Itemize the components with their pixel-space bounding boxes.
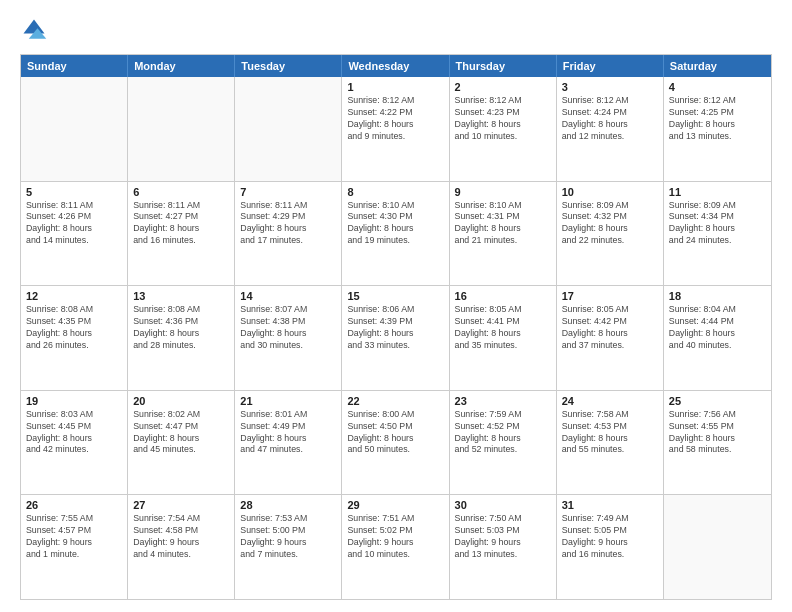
weekday-header-saturday: Saturday bbox=[664, 55, 771, 77]
calendar-cell-day-24: 24Sunrise: 7:58 AMSunset: 4:53 PMDayligh… bbox=[557, 391, 664, 495]
day-info: Sunrise: 8:11 AMSunset: 4:26 PMDaylight:… bbox=[26, 200, 122, 248]
calendar-body: 1Sunrise: 8:12 AMSunset: 4:22 PMDaylight… bbox=[21, 77, 771, 599]
calendar-row-3: 19Sunrise: 8:03 AMSunset: 4:45 PMDayligh… bbox=[21, 390, 771, 495]
day-number: 16 bbox=[455, 290, 551, 302]
calendar-cell-day-25: 25Sunrise: 7:56 AMSunset: 4:55 PMDayligh… bbox=[664, 391, 771, 495]
calendar-cell-day-10: 10Sunrise: 8:09 AMSunset: 4:32 PMDayligh… bbox=[557, 182, 664, 286]
calendar-cell-day-29: 29Sunrise: 7:51 AMSunset: 5:02 PMDayligh… bbox=[342, 495, 449, 599]
calendar-cell-day-13: 13Sunrise: 8:08 AMSunset: 4:36 PMDayligh… bbox=[128, 286, 235, 390]
day-number: 8 bbox=[347, 186, 443, 198]
day-number: 14 bbox=[240, 290, 336, 302]
day-info: Sunrise: 8:10 AMSunset: 4:30 PMDaylight:… bbox=[347, 200, 443, 248]
day-info: Sunrise: 8:10 AMSunset: 4:31 PMDaylight:… bbox=[455, 200, 551, 248]
calendar: SundayMondayTuesdayWednesdayThursdayFrid… bbox=[20, 54, 772, 600]
day-number: 7 bbox=[240, 186, 336, 198]
day-info: Sunrise: 8:12 AMSunset: 4:23 PMDaylight:… bbox=[455, 95, 551, 143]
day-number: 18 bbox=[669, 290, 766, 302]
day-number: 2 bbox=[455, 81, 551, 93]
day-number: 17 bbox=[562, 290, 658, 302]
day-info: Sunrise: 7:51 AMSunset: 5:02 PMDaylight:… bbox=[347, 513, 443, 561]
logo bbox=[20, 16, 52, 44]
weekday-header-monday: Monday bbox=[128, 55, 235, 77]
day-info: Sunrise: 8:01 AMSunset: 4:49 PMDaylight:… bbox=[240, 409, 336, 457]
calendar-row-4: 26Sunrise: 7:55 AMSunset: 4:57 PMDayligh… bbox=[21, 494, 771, 599]
day-info: Sunrise: 7:50 AMSunset: 5:03 PMDaylight:… bbox=[455, 513, 551, 561]
weekday-header-sunday: Sunday bbox=[21, 55, 128, 77]
day-info: Sunrise: 8:08 AMSunset: 4:35 PMDaylight:… bbox=[26, 304, 122, 352]
day-info: Sunrise: 7:53 AMSunset: 5:00 PMDaylight:… bbox=[240, 513, 336, 561]
day-number: 6 bbox=[133, 186, 229, 198]
calendar-cell-day-6: 6Sunrise: 8:11 AMSunset: 4:27 PMDaylight… bbox=[128, 182, 235, 286]
calendar-cell-day-12: 12Sunrise: 8:08 AMSunset: 4:35 PMDayligh… bbox=[21, 286, 128, 390]
calendar-cell-day-18: 18Sunrise: 8:04 AMSunset: 4:44 PMDayligh… bbox=[664, 286, 771, 390]
day-number: 5 bbox=[26, 186, 122, 198]
calendar-cell-empty bbox=[21, 77, 128, 181]
day-number: 29 bbox=[347, 499, 443, 511]
day-number: 9 bbox=[455, 186, 551, 198]
calendar-row-2: 12Sunrise: 8:08 AMSunset: 4:35 PMDayligh… bbox=[21, 285, 771, 390]
day-number: 19 bbox=[26, 395, 122, 407]
calendar-cell-day-2: 2Sunrise: 8:12 AMSunset: 4:23 PMDaylight… bbox=[450, 77, 557, 181]
day-info: Sunrise: 8:11 AMSunset: 4:27 PMDaylight:… bbox=[133, 200, 229, 248]
day-info: Sunrise: 8:02 AMSunset: 4:47 PMDaylight:… bbox=[133, 409, 229, 457]
calendar-cell-day-23: 23Sunrise: 7:59 AMSunset: 4:52 PMDayligh… bbox=[450, 391, 557, 495]
day-info: Sunrise: 8:05 AMSunset: 4:41 PMDaylight:… bbox=[455, 304, 551, 352]
day-info: Sunrise: 8:00 AMSunset: 4:50 PMDaylight:… bbox=[347, 409, 443, 457]
weekday-header-wednesday: Wednesday bbox=[342, 55, 449, 77]
day-info: Sunrise: 8:06 AMSunset: 4:39 PMDaylight:… bbox=[347, 304, 443, 352]
calendar-cell-day-30: 30Sunrise: 7:50 AMSunset: 5:03 PMDayligh… bbox=[450, 495, 557, 599]
day-number: 1 bbox=[347, 81, 443, 93]
calendar-cell-day-22: 22Sunrise: 8:00 AMSunset: 4:50 PMDayligh… bbox=[342, 391, 449, 495]
day-info: Sunrise: 8:12 AMSunset: 4:25 PMDaylight:… bbox=[669, 95, 766, 143]
calendar-header: SundayMondayTuesdayWednesdayThursdayFrid… bbox=[21, 55, 771, 77]
day-number: 23 bbox=[455, 395, 551, 407]
calendar-cell-empty bbox=[235, 77, 342, 181]
calendar-cell-day-21: 21Sunrise: 8:01 AMSunset: 4:49 PMDayligh… bbox=[235, 391, 342, 495]
day-info: Sunrise: 7:58 AMSunset: 4:53 PMDaylight:… bbox=[562, 409, 658, 457]
day-info: Sunrise: 8:04 AMSunset: 4:44 PMDaylight:… bbox=[669, 304, 766, 352]
day-info: Sunrise: 8:03 AMSunset: 4:45 PMDaylight:… bbox=[26, 409, 122, 457]
calendar-cell-day-28: 28Sunrise: 7:53 AMSunset: 5:00 PMDayligh… bbox=[235, 495, 342, 599]
calendar-cell-day-26: 26Sunrise: 7:55 AMSunset: 4:57 PMDayligh… bbox=[21, 495, 128, 599]
weekday-header-friday: Friday bbox=[557, 55, 664, 77]
day-number: 28 bbox=[240, 499, 336, 511]
day-number: 10 bbox=[562, 186, 658, 198]
day-number: 11 bbox=[669, 186, 766, 198]
day-info: Sunrise: 8:08 AMSunset: 4:36 PMDaylight:… bbox=[133, 304, 229, 352]
calendar-cell-empty bbox=[664, 495, 771, 599]
calendar-cell-day-11: 11Sunrise: 8:09 AMSunset: 4:34 PMDayligh… bbox=[664, 182, 771, 286]
day-number: 13 bbox=[133, 290, 229, 302]
day-info: Sunrise: 7:49 AMSunset: 5:05 PMDaylight:… bbox=[562, 513, 658, 561]
calendar-cell-day-4: 4Sunrise: 8:12 AMSunset: 4:25 PMDaylight… bbox=[664, 77, 771, 181]
day-number: 26 bbox=[26, 499, 122, 511]
calendar-cell-day-1: 1Sunrise: 8:12 AMSunset: 4:22 PMDaylight… bbox=[342, 77, 449, 181]
day-number: 27 bbox=[133, 499, 229, 511]
day-number: 22 bbox=[347, 395, 443, 407]
calendar-cell-day-19: 19Sunrise: 8:03 AMSunset: 4:45 PMDayligh… bbox=[21, 391, 128, 495]
day-info: Sunrise: 8:09 AMSunset: 4:34 PMDaylight:… bbox=[669, 200, 766, 248]
svg-marker-0 bbox=[24, 20, 45, 34]
calendar-cell-day-8: 8Sunrise: 8:10 AMSunset: 4:30 PMDaylight… bbox=[342, 182, 449, 286]
day-number: 24 bbox=[562, 395, 658, 407]
calendar-cell-day-7: 7Sunrise: 8:11 AMSunset: 4:29 PMDaylight… bbox=[235, 182, 342, 286]
calendar-cell-day-17: 17Sunrise: 8:05 AMSunset: 4:42 PMDayligh… bbox=[557, 286, 664, 390]
day-number: 20 bbox=[133, 395, 229, 407]
day-info: Sunrise: 8:11 AMSunset: 4:29 PMDaylight:… bbox=[240, 200, 336, 248]
day-number: 25 bbox=[669, 395, 766, 407]
day-number: 30 bbox=[455, 499, 551, 511]
day-number: 15 bbox=[347, 290, 443, 302]
calendar-cell-day-31: 31Sunrise: 7:49 AMSunset: 5:05 PMDayligh… bbox=[557, 495, 664, 599]
weekday-header-thursday: Thursday bbox=[450, 55, 557, 77]
calendar-cell-day-3: 3Sunrise: 8:12 AMSunset: 4:24 PMDaylight… bbox=[557, 77, 664, 181]
day-info: Sunrise: 7:56 AMSunset: 4:55 PMDaylight:… bbox=[669, 409, 766, 457]
day-number: 21 bbox=[240, 395, 336, 407]
header bbox=[20, 16, 772, 44]
logo-icon bbox=[20, 16, 48, 44]
day-info: Sunrise: 8:12 AMSunset: 4:22 PMDaylight:… bbox=[347, 95, 443, 143]
calendar-cell-day-20: 20Sunrise: 8:02 AMSunset: 4:47 PMDayligh… bbox=[128, 391, 235, 495]
calendar-row-0: 1Sunrise: 8:12 AMSunset: 4:22 PMDaylight… bbox=[21, 77, 771, 181]
day-info: Sunrise: 7:55 AMSunset: 4:57 PMDaylight:… bbox=[26, 513, 122, 561]
day-number: 31 bbox=[562, 499, 658, 511]
calendar-cell-day-14: 14Sunrise: 8:07 AMSunset: 4:38 PMDayligh… bbox=[235, 286, 342, 390]
day-number: 12 bbox=[26, 290, 122, 302]
